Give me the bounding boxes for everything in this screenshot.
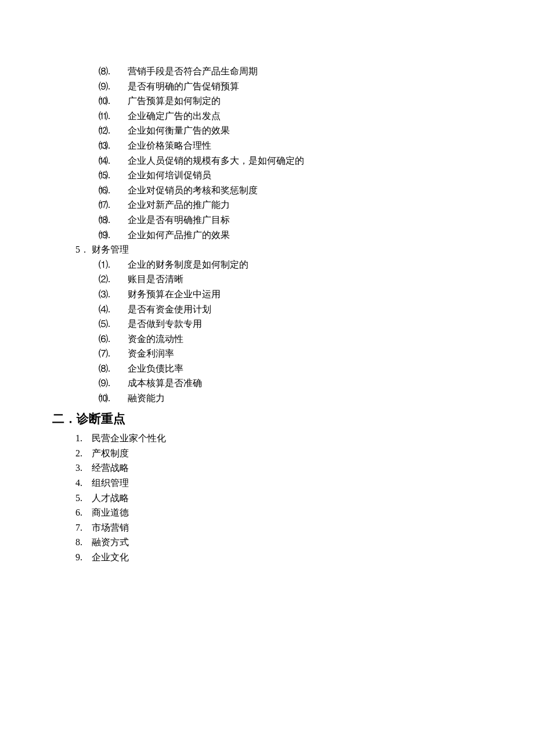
paren-content: 企业人员促销的规模有多大，是如何确定的 [128,153,482,168]
num-item: 3.经营战略 [75,460,482,476]
paren-content: 企业价格策略合理性 [128,138,482,153]
paren-marker: ⑼. [99,376,128,391]
paren-marker: ⑷. [99,302,128,317]
paren-marker: ⒁. [99,153,128,168]
section-5-title: 财务管理 [92,242,482,257]
paren-content: 是否有明确的广告促销预算 [128,79,482,94]
paren-marker: ⒅. [99,213,128,228]
paren-marker: ⑿. [99,123,128,138]
paren-item: ⑾.企业确定广告的出发点 [99,109,482,124]
num-content: 经营战略 [92,460,482,476]
num-item: 8.融资方式 [75,535,482,550]
paren-marker: ⒂. [99,168,128,183]
section-5-header: 5． 财务管理 [75,242,482,257]
paren-item: ⑻.营销手段是否符合产品生命周期 [99,64,482,79]
num-marker: 4. [75,476,92,491]
num-item: 4.组织管理 [75,476,482,491]
paren-marker: ⒀. [99,138,128,153]
paren-item: ⑽.融资能力 [99,391,482,406]
paren-marker: ⑶. [99,287,128,302]
paren-content: 企业的财务制度是如何制定的 [128,257,482,272]
paren-content: 企业对促销员的考核和奖惩制度 [128,183,482,198]
section-2-title: 二．诊断重点 [52,409,482,429]
paren-content: 广告预算是如何制定的 [128,93,482,109]
paren-marker: ⑻. [99,361,128,376]
top-paren-list: ⑻.营销手段是否符合产品生命周期⑼.是否有明确的广告促销预算⑽.广告预算是如何制… [99,64,482,242]
num-marker: 5. [75,491,92,506]
paren-content: 企业如何培训促销员 [128,168,482,183]
num-item: 5.人才战略 [75,491,482,506]
paren-item: ⑻.企业负债比率 [99,361,482,376]
paren-item: ⑼.成本核算是否准确 [99,376,482,391]
num-marker: 8. [75,535,92,550]
section-5-marker: 5． [75,242,92,257]
paren-marker: ⑼. [99,79,128,94]
paren-content: 企业对新产品的推广能力 [128,197,482,213]
num-item: 7.市场营销 [75,520,482,535]
paren-content: 资金利润率 [128,346,482,361]
num-marker: 1. [75,431,92,446]
section-5-paren-list: ⑴.企业的财务制度是如何制定的⑵.账目是否清晰⑶.财务预算在企业中运用⑷.是否有… [99,257,482,406]
paren-marker: ⑴. [99,257,128,272]
paren-item: ⒀.企业价格策略合理性 [99,138,482,153]
num-content: 融资方式 [92,535,482,550]
paren-item: ⑺.资金利润率 [99,346,482,361]
num-item: 1.民营企业家个性化 [75,431,482,446]
num-marker: 7. [75,520,92,535]
paren-marker: ⑸. [99,316,128,332]
num-content: 企业文化 [92,550,482,565]
paren-item: ⒁.企业人员促销的规模有多大，是如何确定的 [99,153,482,168]
num-marker: 3. [75,460,92,476]
paren-item: ⑵.账目是否清晰 [99,272,482,287]
num-marker: 9. [75,550,92,565]
paren-marker: ⒃. [99,183,128,198]
paren-content: 是否有资金使用计划 [128,302,482,317]
paren-content: 融资能力 [128,391,482,406]
paren-content: 营销手段是否符合产品生命周期 [128,64,482,79]
num-content: 民营企业家个性化 [92,431,482,446]
paren-item: ⒂.企业如何培训促销员 [99,168,482,183]
paren-marker: ⑽. [99,93,128,109]
paren-content: 账目是否清晰 [128,272,482,287]
paren-content: 企业确定广告的出发点 [128,109,482,124]
paren-item: ⑴.企业的财务制度是如何制定的 [99,257,482,272]
num-marker: 2. [75,446,92,461]
paren-item: ⑿.企业如何衡量广告的效果 [99,123,482,138]
paren-marker: ⑹. [99,332,128,347]
num-item: 9.企业文化 [75,550,482,565]
paren-item: ⑼.是否有明确的广告促销预算 [99,79,482,94]
paren-marker: ⑾. [99,109,128,124]
num-marker: 6. [75,505,92,520]
paren-content: 是否做到专款专用 [128,316,482,332]
section-2-list: 1.民营企业家个性化2.产权制度3.经营战略4.组织管理5.人才战略6.商业道德… [75,431,482,564]
paren-content: 企业如何衡量广告的效果 [128,123,482,138]
paren-item: ⒅.企业是否有明确推广目标 [99,213,482,228]
num-item: 2.产权制度 [75,446,482,461]
paren-marker: ⒄. [99,197,128,213]
paren-content: 企业是否有明确推广目标 [128,213,482,228]
paren-item: ⒃.企业对促销员的考核和奖惩制度 [99,183,482,198]
num-content: 产权制度 [92,446,482,461]
num-content: 人才战略 [92,491,482,506]
paren-item: ⒄.企业对新产品的推广能力 [99,197,482,213]
paren-marker: ⒆. [99,228,128,243]
paren-content: 企业如何产品推广的效果 [128,228,482,243]
paren-content: 成本核算是否准确 [128,376,482,391]
paren-content: 财务预算在企业中运用 [128,287,482,302]
paren-marker: ⑽. [99,391,128,406]
paren-item: ⑷.是否有资金使用计划 [99,302,482,317]
num-content: 组织管理 [92,476,482,491]
paren-item: ⒆.企业如何产品推广的效果 [99,228,482,243]
paren-marker: ⑻. [99,64,128,79]
paren-content: 企业负债比率 [128,361,482,376]
paren-content: 资金的流动性 [128,332,482,347]
paren-item: ⑸.是否做到专款专用 [99,316,482,332]
paren-marker: ⑵. [99,272,128,287]
paren-item: ⑽.广告预算是如何制定的 [99,93,482,109]
paren-marker: ⑺. [99,346,128,361]
paren-item: ⑶.财务预算在企业中运用 [99,287,482,302]
num-content: 商业道德 [92,505,482,520]
section-5: 5． 财务管理 [75,242,482,257]
num-item: 6.商业道德 [75,505,482,520]
num-content: 市场营销 [92,520,482,535]
